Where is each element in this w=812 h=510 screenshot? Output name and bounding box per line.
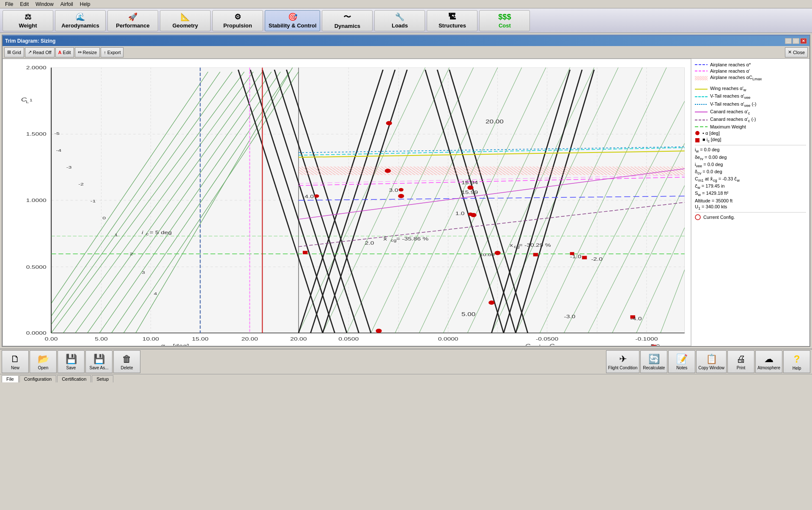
svg-rect-1 — [51, 68, 685, 333]
svg-rect-85 — [533, 253, 538, 256]
new-button[interactable]: 🗋 New — [2, 350, 29, 373]
tab-setup[interactable]: Setup — [92, 375, 113, 382]
svg-text:-3.0: -3.0 — [564, 314, 575, 319]
param-cw: c̄w = 179.45 in — [695, 183, 806, 190]
svg-text:0.5000: 0.5000 — [26, 265, 47, 270]
svg-text:α: α — [161, 343, 165, 346]
svg-text:-3: -3 — [66, 165, 72, 169]
legend-item-4: V-Tail reaches α'vee — [695, 93, 806, 100]
tab-configuration[interactable]: Configuration — [19, 375, 56, 382]
delete-button[interactable]: 🗑 Delete — [113, 350, 140, 373]
nav-structures[interactable]: 🏗 Structures — [427, 10, 477, 31]
close-diagram-icon: ✕ — [788, 49, 792, 55]
nav-weight[interactable]: ⚖ Weight — [3, 10, 53, 31]
cost-icon: $$$ — [498, 13, 511, 22]
saveas-button[interactable]: 💾 Save As... — [85, 350, 112, 373]
recalc-icon: 🔄 — [648, 354, 660, 365]
svg-text:-0.1000: -0.1000 — [635, 336, 658, 341]
svg-text:15.94: 15.94 — [461, 180, 478, 185]
stab-icon: 🎯 — [288, 12, 297, 22]
svg-text:3.0: 3.0 — [389, 188, 398, 193]
nav-cost[interactable]: $$$ Cost — [479, 10, 530, 31]
tab-certification[interactable]: Certification — [57, 375, 91, 382]
menu-airfoil[interactable]: Airfoil — [57, 0, 77, 8]
menu-bar: File Edit Window Airfoil Help — [0, 0, 812, 8]
flight-condition-button[interactable]: ✈ Flight Condition — [606, 350, 639, 373]
svg-rect-63 — [299, 166, 685, 175]
window-title: Trim Diagram: Sizing — [5, 38, 55, 44]
param-sw: Sw = 1429.18 ft² — [695, 191, 806, 197]
svg-text:10.00: 10.00 — [480, 252, 495, 257]
nav-geometry[interactable]: 📐 Geometry — [160, 10, 211, 31]
close-button[interactable]: ✕ — [800, 38, 807, 44]
svg-text:-5: -5 — [54, 131, 60, 136]
help-icon: ? — [794, 353, 800, 365]
new-icon: 🗋 — [11, 354, 20, 365]
export-icon: ↑ — [104, 50, 106, 55]
grid-button[interactable]: ⊞ Grid — [4, 47, 24, 57]
svg-text:4: 4 — [154, 291, 157, 296]
svg-point-163 — [695, 131, 700, 135]
nav-stability[interactable]: 🎯 Stability & Control — [265, 10, 320, 31]
window-titlebar: Trim Diagram: Sizing _ □ ✕ — [3, 36, 809, 46]
chart-svg: 2.0000 1.5000 1.0000 0.5000 0.0000 C L 1… — [3, 59, 691, 346]
svg-text:5.00: 5.00 — [95, 336, 107, 341]
svg-point-130 — [314, 194, 319, 198]
nav-propulsion[interactable]: ⚙ Propulsion — [212, 10, 263, 31]
edit-button[interactable]: A Edit — [55, 47, 74, 57]
open-button[interactable]: 📂 Open — [30, 350, 57, 373]
svg-text:-4.0: -4.0 — [630, 316, 642, 321]
saveas-icon: 💾 — [93, 354, 105, 365]
minimize-button[interactable]: _ — [785, 38, 792, 44]
svg-text:1.0: 1.0 — [455, 211, 465, 216]
menu-file[interactable]: File — [2, 0, 16, 8]
readoff-button[interactable]: ↗ Read Off — [25, 47, 55, 57]
legend-item-ic: ■ ic [deg] — [695, 137, 806, 143]
legend-item-7: Canard reaches α'c (-) — [695, 117, 806, 123]
svg-rect-148 — [570, 252, 574, 255]
svg-text:-4: -4 — [56, 148, 62, 153]
svg-text:10.00: 10.00 — [143, 336, 159, 341]
svg-point-165 — [695, 215, 700, 220]
flight-icon: ✈ — [619, 354, 627, 365]
struct-icon: 🏗 — [448, 13, 456, 22]
svg-text:20.00: 20.00 — [241, 336, 258, 341]
save-button[interactable]: 💾 Save — [58, 350, 85, 373]
nav-performance[interactable]: 🚀 Performance — [107, 10, 158, 31]
svg-text:L: L — [26, 100, 29, 104]
tab-file[interactable]: File — [2, 375, 19, 382]
menu-window[interactable]: Window — [32, 0, 57, 8]
svg-text:-5.0: -5.0 — [648, 344, 660, 346]
nav-dynamics[interactable]: 〜 Dynamics — [322, 10, 373, 31]
resize-icon: ⇔ — [78, 49, 82, 55]
nav-loads[interactable]: 🔧 Loads — [374, 10, 425, 31]
close-diagram-button[interactable]: ✕ Close — [785, 47, 808, 57]
svg-point-77 — [385, 169, 391, 173]
atmosphere-button[interactable]: ☁ Atmosphere — [755, 350, 782, 373]
legend-item-1: Airplane reaches α' — [695, 68, 806, 74]
param-iw: iw = 0.0 deg — [695, 147, 806, 153]
svg-text:20.00: 20.00 — [290, 336, 307, 341]
svg-point-81 — [494, 251, 500, 255]
chart-legend: Airplane reaches α* Airplane reaches α' … — [691, 59, 809, 346]
menu-help[interactable]: Help — [77, 0, 94, 8]
notes-button[interactable]: 📝 Notes — [668, 350, 695, 373]
svg-text:15.99: 15.99 — [461, 190, 478, 195]
print-button[interactable]: 🖨 Print — [727, 350, 754, 373]
legend-item-3: Wing reaches α'w — [695, 86, 806, 92]
grid-icon: ⊞ — [7, 49, 11, 55]
resize-button[interactable]: ⇔ Resize — [75, 47, 100, 57]
maximize-button[interactable]: □ — [793, 38, 799, 44]
svg-rect-84 — [303, 251, 307, 254]
nav-aerodynamics[interactable]: 🌊 Aerodynamics — [55, 10, 106, 31]
export-button[interactable]: ↑ Export — [101, 47, 123, 57]
recalculate-button[interactable]: 🔄 Recalculate — [640, 350, 667, 373]
help-button[interactable]: ? Help — [783, 350, 810, 373]
menu-edit[interactable]: Edit — [16, 0, 32, 8]
svg-text:-2: -2 — [78, 182, 84, 186]
svg-rect-155 — [695, 76, 708, 80]
copy-window-button[interactable]: 📋 Copy Window — [696, 350, 727, 373]
svg-text:1: 1 — [115, 232, 118, 237]
param-cm1: Cm1 at x̄cg = -0.33 c̄w — [695, 176, 806, 183]
param-ivee: ivee = 0.0 deg — [695, 162, 806, 168]
